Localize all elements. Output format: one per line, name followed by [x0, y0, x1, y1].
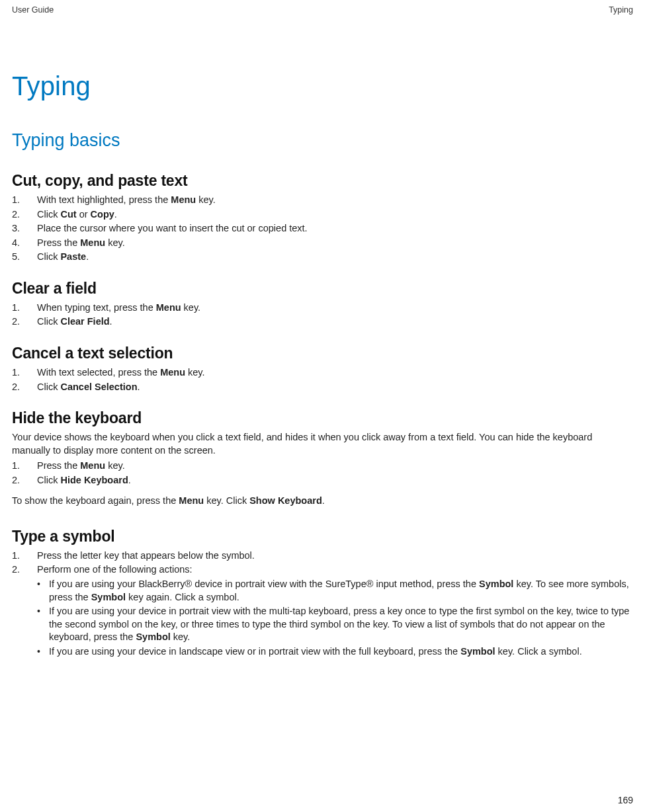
paragraph: To show the keyboard again, press the Me… — [12, 495, 633, 508]
section-type-symbol: Type a symbol Press the letter key that … — [12, 528, 633, 659]
heading-clear: Clear a field — [12, 280, 633, 298]
step: Click Cancel Selection. — [12, 381, 633, 394]
page-title: Typing — [12, 71, 633, 101]
section-subtitle: Typing basics — [12, 130, 633, 151]
section-clear-field: Clear a field When typing text, press th… — [12, 280, 633, 329]
heading-cancel: Cancel a text selection — [12, 345, 633, 362]
bullet: If you are using your device in landscap… — [37, 645, 633, 659]
step: Press the letter key that appears below … — [12, 549, 633, 563]
page: User Guide Typing Typing Typing basics C… — [0, 0, 645, 812]
step: With text highlighted, press the Menu ke… — [12, 194, 633, 207]
step: Click Cut or Copy. — [12, 208, 633, 222]
step: When typing text, press the Menu key. — [12, 302, 633, 315]
steps-symbol: Press the letter key that appears below … — [12, 549, 633, 659]
step: Place the cursor where you want to inser… — [12, 222, 633, 235]
step: Click Paste. — [12, 251, 633, 264]
heading-hide: Hide the keyboard — [12, 409, 633, 427]
header-right: Typing — [609, 5, 633, 15]
sub-bullet-list: If you are using your BlackBerry® device… — [37, 578, 633, 658]
section-cancel-selection: Cancel a text selection With text select… — [12, 345, 633, 393]
heading-cut: Cut, copy, and paste text — [12, 172, 633, 190]
page-header: User Guide Typing — [12, 5, 633, 15]
step: Click Clear Field. — [12, 315, 633, 329]
step: Press the Menu key. — [12, 237, 633, 250]
paragraph: Your device shows the keyboard when you … — [12, 431, 633, 457]
section-cut-copy-paste: Cut, copy, and paste text With text high… — [12, 172, 633, 264]
step: With text selected, press the Menu key. — [12, 366, 633, 380]
step: Perform one of the following actions: If… — [12, 563, 633, 658]
page-number: 169 — [618, 795, 633, 805]
steps-cut: With text highlighted, press the Menu ke… — [12, 194, 633, 264]
heading-symbol: Type a symbol — [12, 528, 633, 546]
step: Click Hide Keyboard. — [12, 474, 633, 487]
header-left: User Guide — [12, 5, 54, 15]
step: Press the Menu key. — [12, 460, 633, 473]
bullet: If you are using your device in portrait… — [37, 605, 633, 644]
section-hide-keyboard: Hide the keyboard Your device shows the … — [12, 409, 633, 508]
steps-hide: Press the Menu key. Click Hide Keyboard. — [12, 460, 633, 487]
steps-cancel: With text selected, press the Menu key. … — [12, 366, 633, 393]
bullet: If you are using your BlackBerry® device… — [37, 578, 633, 604]
steps-clear: When typing text, press the Menu key. Cl… — [12, 302, 633, 329]
